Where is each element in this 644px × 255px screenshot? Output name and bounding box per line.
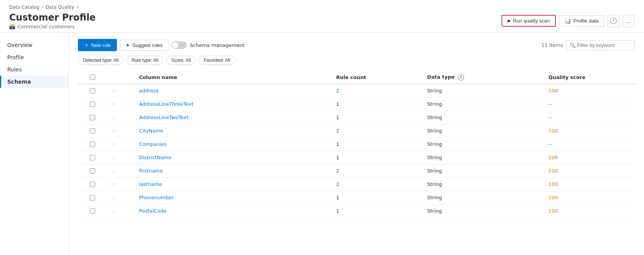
toolbar: ＋ New rule ✦ Suggest rules Schema manage… (78, 39, 635, 51)
score-dash: -- (549, 101, 552, 107)
rule-count-link[interactable]: 2 (336, 181, 339, 187)
filter-rule-type[interactable]: Rule type: All (126, 56, 163, 65)
sidebar-item-profile[interactable]: Profile (0, 51, 68, 63)
play-icon: ▶ (508, 18, 511, 23)
score-dash: -- (549, 115, 552, 120)
favorite-star-icon[interactable]: ☆ (111, 88, 116, 94)
row-data-type: String (422, 164, 544, 178)
favorite-star-icon[interactable]: ☆ (111, 195, 116, 201)
page-title: Customer Profile (9, 12, 96, 23)
score-value: 100 (549, 181, 558, 187)
row-data-type: String (422, 84, 544, 98)
row-data-type: String (422, 178, 544, 191)
filter-keyword-input[interactable] (577, 42, 631, 48)
sidebar-item-rules[interactable]: Rules (0, 63, 68, 76)
row-checkbox-6[interactable] (90, 168, 95, 174)
page-subtitle: Commercial customers (18, 24, 75, 29)
row-rule-count: 1 (332, 111, 422, 124)
select-all-checkbox[interactable] (90, 74, 95, 80)
column-name-link[interactable]: AddressLineThreeText (139, 101, 193, 107)
table-row: ☆PostalCode1String100 (78, 204, 635, 218)
data-table: Column name Rule count Data type i Quali… (78, 71, 635, 218)
column-name-link[interactable]: CityName (139, 128, 163, 134)
sidebar-item-overview[interactable]: Overview (0, 39, 68, 51)
column-name-link[interactable]: lastname (139, 181, 162, 187)
history-button[interactable]: 🕐 (607, 15, 620, 27)
row-favorite-cell: ☆ (107, 178, 134, 191)
th-quality-score: Quality score (544, 71, 635, 84)
schema-management-toggle[interactable] (172, 41, 187, 49)
row-rule-count: 2 (332, 178, 422, 191)
th-column-name: Column name (134, 71, 332, 84)
column-name-link[interactable]: address (139, 88, 159, 94)
row-column-name: lastname (134, 178, 332, 191)
suggest-rules-button[interactable]: ✦ Suggest rules (120, 40, 168, 51)
row-column-name: DistrictName (134, 151, 332, 164)
favorite-star-icon[interactable]: ☆ (111, 181, 116, 187)
favorite-star-icon[interactable]: ☆ (111, 115, 116, 121)
schema-management-toggle-row: Schema management (172, 41, 244, 49)
favorite-star-icon[interactable]: ☆ (111, 128, 116, 134)
row-favorite-cell: ☆ (107, 97, 134, 111)
filter-favorited[interactable]: Favorited: All (199, 56, 235, 65)
suggest-rules-label: Suggest rules (132, 42, 163, 48)
favorite-star-icon[interactable]: ☆ (111, 155, 116, 161)
row-checkbox-5[interactable] (90, 155, 95, 160)
favorite-star-icon[interactable]: ☆ (111, 101, 116, 107)
table-body: ☆address2String100☆AddressLineThreeText1… (78, 84, 635, 218)
rule-count-value: 1 (336, 141, 339, 147)
profile-data-button[interactable]: 📊 Profile data (559, 15, 604, 27)
row-favorite-cell: ☆ (107, 84, 134, 98)
score-value: 100 (549, 168, 558, 174)
rule-count-value: 1 (336, 155, 339, 160)
row-checkbox-2[interactable] (90, 115, 95, 120)
new-rule-button[interactable]: ＋ New rule (78, 39, 117, 51)
rule-count-link[interactable]: 2 (336, 88, 339, 94)
favorite-star-icon[interactable]: ☆ (111, 141, 116, 147)
more-options-button[interactable]: ... (623, 15, 635, 27)
column-name-link[interactable]: Phonenumber (139, 195, 174, 200)
row-checkbox-9[interactable] (90, 208, 95, 214)
row-checkbox-cell (78, 178, 107, 191)
rule-count-value: 1 (336, 115, 339, 120)
row-checkbox-cell (78, 124, 107, 137)
row-checkbox-8[interactable] (90, 195, 95, 200)
column-name-link[interactable]: AddressLineTwoText (139, 115, 189, 120)
favorite-star-icon[interactable]: ☆ (111, 208, 116, 214)
filter-score[interactable]: Score: All (166, 56, 196, 65)
row-checkbox-0[interactable] (90, 88, 95, 94)
favorite-star-icon[interactable]: ☆ (111, 168, 116, 174)
row-favorite-cell: ☆ (107, 164, 134, 178)
row-checkbox-1[interactable] (90, 102, 95, 107)
row-column-name: firstname (134, 164, 332, 178)
breadcrumb-data-catalog[interactable]: Data Catalog (9, 5, 39, 10)
row-quality-score: 100 (544, 164, 635, 178)
column-name-link[interactable]: firstname (139, 168, 163, 174)
new-rule-label: New rule (91, 42, 111, 48)
row-column-name: address (134, 84, 332, 98)
column-name-link[interactable]: Companies (139, 141, 167, 147)
table-row: ☆lastname2String100 (78, 178, 635, 191)
row-quality-score: -- (544, 97, 635, 111)
th-rule-count: Rule count (332, 71, 422, 84)
breadcrumb-data-quality[interactable]: Data Quality (45, 5, 74, 10)
row-rule-count: 2 (332, 164, 422, 178)
filter-detected-type[interactable]: Detected type: All (78, 56, 123, 65)
sidebar-item-schema[interactable]: Schema (0, 76, 68, 88)
table-row: ☆AddressLineTwoText1String-- (78, 111, 635, 124)
table-icon: 🗃️ (9, 24, 15, 29)
run-quality-scan-button[interactable]: ▶ Run quality scan (502, 15, 556, 27)
sidebar-rules-label: Rules (7, 66, 22, 73)
score-value: 100 (549, 208, 558, 214)
score-value: 100 (549, 195, 558, 200)
items-count: 11 items (541, 42, 563, 48)
row-checkbox-7[interactable] (90, 182, 95, 187)
row-checkbox-4[interactable] (90, 142, 95, 147)
row-checkbox-3[interactable] (90, 128, 95, 134)
column-name-link[interactable]: DistrictName (139, 155, 172, 160)
column-name-link[interactable]: PostalCode (139, 208, 167, 214)
search-icon: 🔍 (570, 42, 576, 48)
rule-count-link[interactable]: 2 (336, 168, 339, 174)
run-scan-label: Run quality scan (513, 18, 550, 24)
rule-count-link[interactable]: 2 (336, 128, 339, 134)
